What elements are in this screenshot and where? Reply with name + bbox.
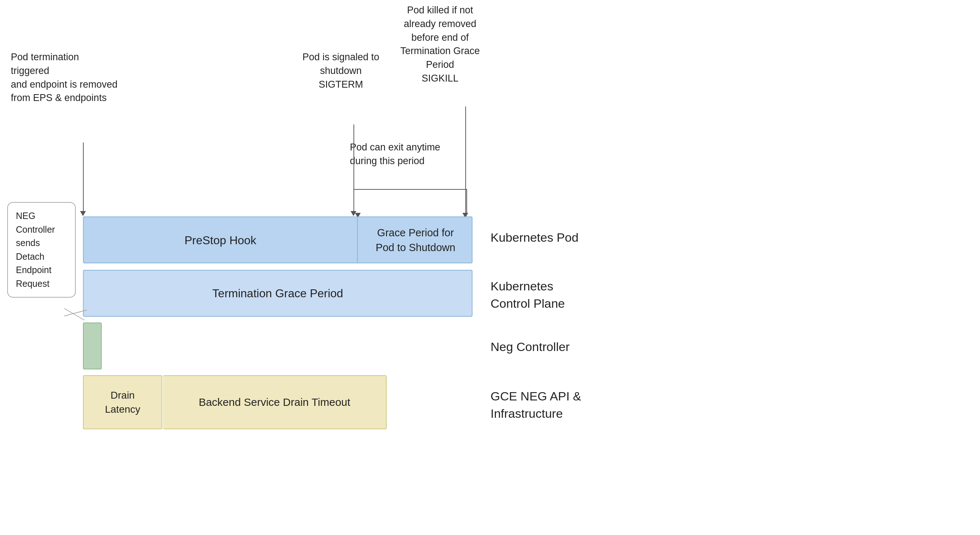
drain-latency-label: DrainLatency: [105, 388, 140, 416]
vline-pod-termination: [83, 142, 84, 213]
vline-pod-signaled: [353, 124, 354, 213]
vline-pod-exit-right: [466, 189, 467, 215]
control-plane-bar: Termination Grace Period: [83, 270, 473, 317]
vline-pod-killed: [465, 107, 466, 215]
arrow-pod-termination: [80, 211, 86, 216]
annotation-pod-killed: Pod killed if notalready removedbefore e…: [379, 3, 501, 86]
annotation-pod-can-exit: Pod can exit anytimeduring this period: [350, 141, 455, 168]
bubble-tail-line1: [64, 308, 85, 320]
label-kubernetes-pod: Kubernetes Pod: [490, 229, 579, 247]
prestop-hook-label: PreStop Hook: [184, 234, 256, 247]
label-neg-controller: Neg Controller: [490, 338, 570, 356]
termination-grace-label: Termination Grace Period: [212, 287, 344, 300]
annotation-pod-termination: Pod termination triggeredand endpoint is…: [11, 51, 119, 105]
backend-drain-bar: Backend Service Drain Timeout: [163, 375, 387, 429]
speech-bubble-text: NEGControllersendsDetachEndpointRequest: [16, 211, 55, 288]
neg-controller-bar: [83, 323, 102, 369]
speech-bubble-neg: NEGControllersendsDetachEndpointRequest: [7, 202, 76, 298]
diagram: Pod termination triggeredand endpoint is…: [0, 0, 980, 535]
label-kubernetes-cp: KubernetesControl Plane: [490, 278, 565, 312]
annotation-pod-signaled: Pod is signaled toshutdownSIGTERM: [296, 51, 386, 91]
label-gce-neg: GCE NEG API &Infrastructure: [490, 388, 581, 422]
drain-latency-bar: DrainLatency: [83, 375, 162, 429]
hline-pod-exit-top: [353, 189, 467, 190]
grace-period-label: Grace Period forPod to Shutdown: [376, 226, 455, 255]
prestop-hook-bar: PreStop Hook: [84, 217, 358, 263]
backend-drain-label: Backend Service Drain Timeout: [199, 396, 350, 408]
pod-bar: PreStop Hook Grace Period forPod to Shut…: [83, 217, 473, 263]
